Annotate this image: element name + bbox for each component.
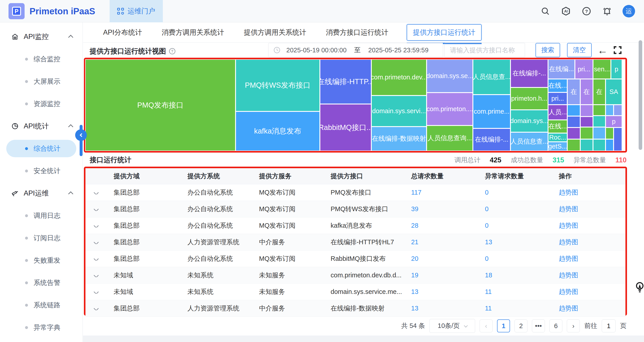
avatar[interactable]: 运	[622, 5, 635, 18]
trend-chart-link[interactable]: 趋势图	[559, 189, 578, 196]
prev-page-button[interactable]: ‹	[480, 320, 492, 332]
treemap-block-com.primeton....[interactable]: com.primeton....	[426, 92, 473, 126]
sidebar-group-API监控[interactable]: API监控	[0, 26, 82, 48]
trend-chart-link[interactable]: 趋势图	[559, 272, 578, 279]
treemap-block-SA[interactable]: SA	[606, 79, 622, 105]
page-button-1[interactable]: 1	[497, 320, 510, 332]
treemap-block-com.primeton.dev...[interactable]: com.primeton.dev...	[371, 59, 426, 96]
chevron-down-icon[interactable]	[94, 207, 99, 211]
sidebar-item-大屏展示[interactable]: 大屏展示	[0, 70, 82, 92]
cell-error-requests[interactable]: 18	[479, 272, 553, 279]
treemap-block-p[interactable]: p	[606, 116, 622, 128]
treemap-block[interactable]	[606, 139, 614, 151]
treemap-block-在[interactable]: 在	[580, 79, 593, 105]
treemap-block[interactable]	[606, 128, 614, 139]
date-range-picker[interactable]: 2025-05-19 00:00:00 至 2025-05-25 23:59:5…	[268, 43, 443, 57]
tab-消费方调用关系统计[interactable]: 消费方调用关系统计	[160, 24, 226, 40]
cell-error-requests[interactable]: 0	[479, 205, 553, 213]
treemap-block-domain.sys.servi...[interactable]: domain.sys.servi...	[371, 96, 426, 126]
cell-total-requests[interactable]: 21	[405, 238, 479, 246]
treemap-block[interactable]	[593, 116, 605, 127]
treemap-block-p[interactable]: p	[611, 59, 622, 79]
treemap-block[interactable]	[614, 105, 622, 116]
chevron-down-icon[interactable]	[94, 240, 99, 244]
cell-total-requests[interactable]: 39	[405, 205, 479, 213]
treemap-block-在线编...[interactable]: 在线编...	[548, 59, 575, 79]
treemap-block-在线编排-...[interactable]: 在线编排-...	[510, 59, 548, 88]
search-button[interactable]: 搜索	[536, 43, 560, 57]
trend-chart-link[interactable]: 趋势图	[559, 205, 578, 212]
cell-total-requests[interactable]: 19	[405, 272, 479, 279]
treemap-block[interactable]	[580, 127, 593, 139]
tab-提供方调用关系统计[interactable]: 提供方调用关系统计	[242, 24, 308, 40]
sidebar-item-综合监控[interactable]: 综合监控	[0, 48, 82, 70]
treemap-block[interactable]	[567, 105, 580, 116]
treemap-block-RabbitMQ接口...[interactable]: RabbitMQ接口...	[320, 104, 371, 151]
treemap-block-在线...[interactable]: 在线...	[548, 79, 567, 92]
sidebar-item-综合统计[interactable]: 综合统计	[0, 137, 82, 160]
sidebar-item-调用日志[interactable]: 调用日志	[0, 204, 82, 227]
treemap-block-PMQ发布接口[interactable]: PMQ发布接口	[85, 59, 236, 151]
page-button-6[interactable]: 6	[550, 320, 562, 332]
treemap-block-getS...[interactable]: getS...	[548, 142, 567, 151]
trend-chart-link[interactable]: 趋势图	[559, 288, 578, 295]
cell-total-requests[interactable]: 13	[405, 305, 479, 312]
sidebar-item-系统链路[interactable]: 系统链路	[0, 294, 82, 316]
treemap-block[interactable]	[614, 128, 622, 151]
page-button-•••[interactable]: •••	[532, 320, 545, 332]
treemap-block-在[interactable]: 在	[567, 79, 580, 105]
sidebar-item-失败重发[interactable]: 失败重发	[0, 249, 82, 272]
date-start[interactable]: 2025-05-19 00:00:00	[286, 46, 346, 54]
treemap-block[interactable]	[580, 116, 593, 127]
treemap-block-人员信息查...[interactable]: 人员信息查...	[473, 59, 510, 94]
help-circle-icon[interactable]: ?	[169, 48, 176, 55]
chevron-down-icon[interactable]	[94, 307, 99, 310]
treemap-block-domain.sys...[interactable]: domain.sys...	[510, 110, 548, 132]
treemap-block-在线编排-数据映射[interactable]: 在线编排-数据映射	[371, 126, 426, 151]
cell-error-requests[interactable]: 13	[479, 238, 553, 246]
sidebar-item-资源监控[interactable]: 资源监控	[0, 92, 82, 115]
treemap-block[interactable]	[593, 127, 605, 139]
date-end[interactable]: 2025-05-25 23:59:59	[368, 46, 428, 54]
treemap-block-人员信息查...[interactable]: 人员信息查...	[510, 132, 548, 151]
cell-total-requests[interactable]: 20	[405, 255, 479, 262]
chevron-down-icon[interactable]	[94, 290, 99, 294]
treemap-block[interactable]	[580, 139, 593, 151]
goto-page-input[interactable]	[602, 320, 616, 332]
treemap-block-PMQ转WS发布接口[interactable]: PMQ转WS发布接口	[236, 59, 320, 112]
trend-chart-link[interactable]: 趋势图	[559, 255, 578, 262]
page-size-select[interactable]: 10条/页	[430, 319, 475, 333]
search-icon[interactable]	[540, 6, 550, 16]
treemap-block[interactable]	[606, 105, 614, 116]
treemap-block-在线...[interactable]: 在线...	[548, 120, 567, 133]
chevron-down-icon[interactable]	[94, 274, 99, 277]
fullscreen-icon[interactable]	[613, 45, 622, 55]
treemap-block[interactable]	[580, 105, 593, 116]
cell-total-requests[interactable]: 13	[405, 288, 479, 296]
trend-chart-link[interactable]: 趋势图	[559, 238, 578, 246]
cell-total-requests[interactable]: 28	[405, 222, 479, 229]
table-scrollbar[interactable]	[639, 40, 642, 150]
treemap-block[interactable]	[593, 105, 605, 116]
treemap-block-com.prime...[interactable]: com.prime...	[473, 94, 510, 128]
sidebar-collapse-toggle[interactable]	[75, 129, 87, 141]
page-button-2[interactable]: 2	[514, 320, 528, 332]
treemap-block-sen...[interactable]: sen...	[593, 59, 611, 79]
treemap-block-primeton.h...[interactable]: primeton.h...	[510, 88, 548, 110]
sidebar-group-API运维[interactable]: API运维	[0, 182, 82, 204]
sidebar-item-订阅日志[interactable]: 订阅日志	[0, 227, 82, 249]
treemap-block-domain.sys.se...[interactable]: domain.sys.se...	[426, 59, 473, 92]
clear-button[interactable]: 清空	[567, 43, 592, 57]
cell-error-requests[interactable]: 0	[479, 222, 553, 229]
treemap-block[interactable]	[593, 139, 605, 151]
cell-total-requests[interactable]: 117	[405, 189, 479, 196]
trend-chart-link[interactable]: 趋势图	[559, 222, 578, 229]
chevron-down-icon[interactable]	[94, 191, 99, 194]
sidebar-item-异常字典[interactable]: 异常字典	[0, 316, 82, 339]
treemap-block-人员信息查询...[interactable]: 人员信息查询...	[426, 126, 473, 151]
cell-error-requests[interactable]: 11	[479, 305, 553, 312]
help-icon[interactable]: ?	[581, 6, 592, 16]
tab-提供方接口运行统计[interactable]: 提供方接口运行统计	[407, 24, 482, 41]
chevron-down-icon[interactable]	[94, 224, 99, 228]
treemap-block-在线编排-...[interactable]: 在线编排-...	[473, 128, 510, 151]
